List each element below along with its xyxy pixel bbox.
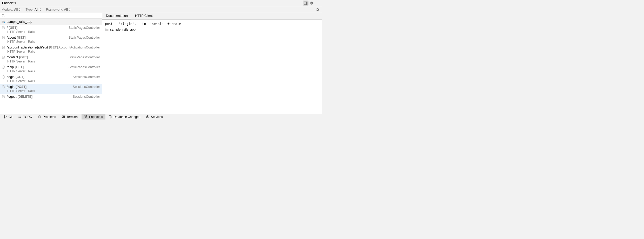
tool-terminal[interactable]: Terminal	[59, 114, 81, 120]
svg-rect-35	[19, 116, 21, 116]
search-icon	[2, 14, 5, 17]
search-input[interactable]	[6, 14, 100, 18]
tool-label: Database Changes	[113, 115, 140, 119]
endpoint-path: /help	[7, 65, 14, 69]
tab-http-client[interactable]: HTTP Client	[131, 13, 156, 19]
globe-icon	[2, 46, 5, 49]
endpoints-icon	[84, 115, 88, 118]
filter-module-label: Module:	[2, 8, 13, 11]
filter-framework-dropdown[interactable]: Framework: All	[46, 8, 71, 11]
svg-point-30	[4, 117, 5, 118]
svg-point-29	[4, 115, 5, 116]
globe-icon	[2, 55, 5, 59]
endpoint-item[interactable]: /help[GET]StaticPagesControllerHTTP Serv…	[0, 64, 102, 74]
endpoint-method: [GET]	[9, 26, 17, 30]
svg-rect-36	[19, 117, 21, 117]
tool-database-changes[interactable]: Database Changes	[106, 114, 143, 120]
filter-type-dropdown[interactable]: Type: All	[25, 8, 41, 11]
endpoint-path: /contact	[7, 55, 18, 59]
svg-rect-1	[306, 2, 307, 5]
tool-endpoints[interactable]: Endpoints	[82, 114, 105, 120]
globe-icon	[2, 26, 5, 30]
tool-label: Problems	[43, 115, 56, 119]
endpoint-server: HTTP Server	[7, 89, 25, 93]
svg-point-46	[109, 115, 111, 116]
svg-rect-4	[4, 22, 5, 23]
warning-icon	[38, 115, 41, 118]
tool-git[interactable]: Git	[1, 114, 15, 120]
filter-module-dropdown[interactable]: Module: All	[2, 8, 21, 11]
endpoint-controller: SessionsController	[73, 95, 100, 99]
tool-label: Terminal	[66, 115, 78, 119]
globe-icon	[2, 95, 5, 99]
endpoint-method: [GET]	[49, 46, 58, 49]
svg-point-32	[19, 116, 19, 116]
globe-icon	[2, 85, 5, 89]
endpoint-framework: Rails	[28, 79, 35, 83]
filter-framework-value: All	[64, 8, 68, 11]
endpoint-framework: Rails	[28, 50, 35, 53]
svg-point-43	[84, 116, 85, 116]
endpoint-controller: SessionsController	[73, 75, 100, 79]
list-icon	[18, 115, 22, 118]
project-name: sample_rails_app	[7, 20, 32, 24]
project-row[interactable]: sample_rails_app	[0, 19, 102, 25]
endpoint-framework: Rails	[28, 89, 35, 93]
endpoint-item[interactable]: /login[POST]SessionsControllerHTTP Serve…	[0, 84, 102, 94]
globe-icon	[2, 75, 5, 79]
project-reference[interactable]: sample_rails_app	[105, 28, 319, 31]
endpoint-controller: StaticPagesController	[69, 36, 100, 39]
gear-icon	[310, 1, 314, 5]
svg-line-3	[4, 16, 4, 17]
svg-rect-39	[39, 116, 40, 117]
tool-label: TODO	[23, 115, 32, 119]
minimize-button[interactable]	[315, 1, 321, 6]
endpoint-path: /account_activations/{id}/edit	[7, 46, 48, 49]
svg-point-34	[19, 117, 19, 118]
endpoint-item[interactable]: /login[GET]SessionsControllerHTTP Server…	[0, 74, 102, 84]
dock-toggle-button[interactable]	[303, 1, 308, 6]
tool-settings-button[interactable]	[309, 1, 315, 6]
endpoint-method: [POST]	[16, 85, 26, 89]
endpoint-item[interactable]: /logout[DELETE]SessionsController	[0, 94, 102, 100]
endpoint-method: [GET]	[15, 65, 24, 69]
endpoint-server: HTTP Server	[7, 40, 25, 44]
endpoint-path: /	[7, 26, 8, 30]
tab-documentation[interactable]: Documentation	[102, 13, 131, 19]
branch-icon	[4, 115, 7, 118]
db-icon	[109, 115, 112, 118]
endpoint-controller: StaticPagesController	[69, 65, 100, 69]
filter-framework-label: Framework:	[46, 8, 63, 11]
filter-settings-button[interactable]	[315, 7, 320, 12]
endpoint-item[interactable]: /account_activations/{id}/edit[GET]Accou…	[0, 45, 102, 54]
tool-services[interactable]: Services	[143, 114, 165, 120]
endpoint-server: HTTP Server	[7, 79, 25, 83]
endpoint-path: /login	[7, 75, 15, 79]
endpoint-controller: AccountActivationsController	[58, 46, 100, 49]
svg-point-2	[2, 15, 4, 16]
endpoint-server: HTTP Server	[7, 69, 25, 73]
endpoint-method: [GET]	[19, 55, 28, 59]
tool-todo[interactable]: TODO	[16, 114, 35, 120]
endpoint-framework: Rails	[28, 60, 35, 63]
svg-point-31	[6, 116, 6, 117]
updown-icon	[69, 8, 71, 11]
minimize-icon	[317, 3, 320, 3]
module-icon	[2, 20, 5, 23]
endpoint-path: /login	[7, 85, 15, 89]
svg-rect-41	[62, 116, 65, 118]
endpoint-method: [GET]	[16, 75, 24, 79]
endpoint-item[interactable]: /about[GET]StaticPagesControllerHTTP Ser…	[0, 35, 102, 45]
route-definition-code: post '/login', to: 'sessions#create'	[105, 22, 319, 26]
endpoint-item[interactable]: /contact[GET]StaticPagesControllerHTTP S…	[0, 54, 102, 64]
terminal-icon	[62, 115, 65, 118]
project-reference-label: sample_rails_app	[110, 28, 136, 31]
updown-icon	[39, 8, 41, 11]
endpoint-framework: Rails	[28, 30, 35, 34]
endpoint-controller: SessionsController	[73, 85, 100, 89]
filter-module-value: All	[14, 8, 18, 11]
tool-problems[interactable]: Problems	[35, 114, 59, 120]
endpoint-server: HTTP Server	[7, 50, 25, 53]
endpoint-item[interactable]: /[GET]StaticPagesControllerHTTP ServerRa…	[0, 25, 102, 35]
play-icon	[146, 115, 149, 118]
